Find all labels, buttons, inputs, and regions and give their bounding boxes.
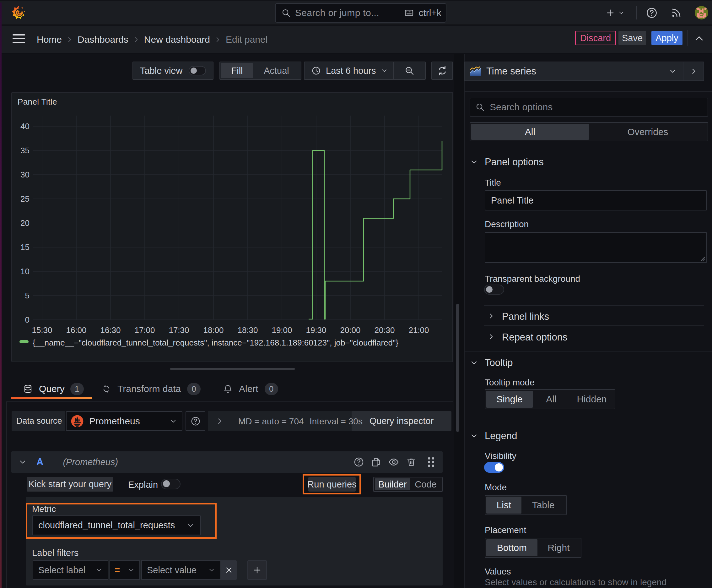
svg-text:20:00: 20:00 [340, 326, 360, 335]
svg-text:25: 25 [20, 194, 29, 204]
svg-text:40: 40 [20, 122, 29, 131]
svg-text:15: 15 [20, 243, 29, 252]
svg-text:19:30: 19:30 [306, 326, 326, 335]
svg-text:18:30: 18:30 [237, 326, 258, 335]
svg-text:17:00: 17:00 [134, 326, 155, 335]
svg-text:16:30: 16:30 [100, 326, 121, 335]
svg-text:0: 0 [25, 315, 29, 324]
svg-text:20: 20 [20, 218, 29, 228]
svg-text:35: 35 [20, 146, 29, 155]
svg-text:30: 30 [20, 170, 29, 180]
svg-text:19:00: 19:00 [272, 326, 292, 335]
svg-text:10: 10 [20, 267, 29, 276]
svg-text:20:30: 20:30 [374, 326, 395, 335]
svg-text:21:00: 21:00 [408, 326, 429, 335]
svg-text:16:00: 16:00 [66, 326, 86, 335]
svg-text:17:30: 17:30 [169, 326, 189, 335]
svg-text:18:00: 18:00 [203, 326, 223, 335]
svg-text:15:30: 15:30 [32, 326, 52, 335]
svg-text:5: 5 [25, 291, 29, 300]
svg-text:{__name__="cloudflared_tunnel_: {__name__="cloudflared_tunnel_total_requ… [33, 338, 398, 348]
